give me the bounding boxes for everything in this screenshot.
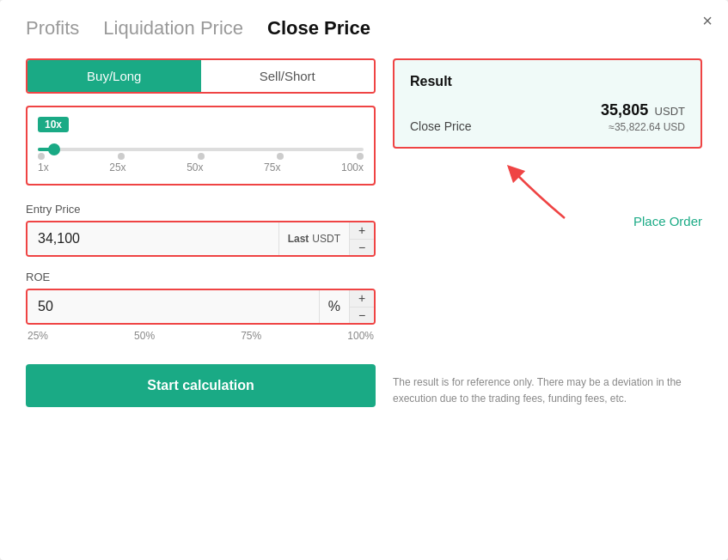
buy-long-button[interactable]: Buy/Long [28, 60, 201, 92]
result-unit: USDT [655, 105, 685, 118]
leverage-slider-container [38, 139, 364, 160]
leverage-label-75x: 75x [264, 161, 280, 173]
leverage-label-50x: 50x [187, 161, 203, 173]
tab-close-price[interactable]: Close Price [267, 17, 370, 40]
result-row: Close Price 35,805 USDT ≈35,822.64 USD [410, 101, 685, 133]
roe-decrement[interactable]: − [350, 307, 374, 324]
roe-input[interactable] [28, 290, 319, 323]
annotation-arrow [496, 162, 599, 222]
entry-price-increment[interactable]: + [350, 222, 374, 240]
roe-suffix-percent: % [328, 299, 340, 314]
sell-short-button[interactable]: Sell/Short [201, 60, 375, 92]
roe-quick-50[interactable]: 50% [134, 330, 155, 342]
start-calculation-button[interactable]: Start calculation [26, 364, 376, 407]
modal: × Profits Liquidation Price Close Price … [0, 0, 728, 560]
leverage-label-1x: 1x [38, 161, 49, 173]
leverage-badge: 10x [38, 117, 69, 132]
entry-price-suffix-unit: USDT [312, 233, 340, 245]
leverage-label-25x: 25x [109, 161, 125, 173]
roe-stepper: + − [349, 290, 374, 323]
slider-dot-1 [38, 153, 45, 160]
result-box: Result Close Price 35,805 USDT ≈35,822.6… [393, 58, 702, 149]
entry-price-input[interactable] [28, 222, 278, 255]
roe-input-row: % + − [26, 289, 376, 325]
entry-price-stepper: + − [349, 222, 374, 255]
roe-quick-100[interactable]: 100% [347, 330, 374, 342]
result-value-block: 35,805 USDT ≈35,822.64 USD [601, 101, 685, 133]
roe-quick-select: 25% 50% 75% 100% [26, 330, 376, 342]
result-title: Result [410, 74, 685, 89]
left-panel: Buy/Long Sell/Short 10x [26, 58, 376, 407]
slider-dot-2 [118, 153, 125, 160]
slider-dot-4 [277, 153, 284, 160]
roe-quick-25[interactable]: 25% [28, 330, 48, 342]
tab-liquidation-price[interactable]: Liquidation Price [103, 17, 243, 40]
right-panel: Result Close Price 35,805 USDT ≈35,822.6… [393, 58, 702, 407]
slider-labels: 1x 25x 50x 75x 100x [38, 161, 364, 173]
slider-thumb[interactable] [48, 143, 60, 155]
slider-track [38, 148, 364, 151]
roe-increment[interactable]: + [350, 290, 374, 307]
arrow-area [393, 162, 702, 222]
roe-quick-75[interactable]: 75% [241, 330, 261, 342]
entry-price-group: Entry Price Last USDT + − [26, 203, 376, 257]
slider-dots [38, 153, 364, 160]
roe-suffix: % [319, 290, 349, 323]
entry-price-suffix-last: Last [288, 233, 309, 245]
entry-price-suffix: Last USDT [278, 222, 349, 255]
main-content: Buy/Long Sell/Short 10x [26, 58, 702, 407]
result-key: Close Price [410, 119, 472, 133]
result-approx: ≈35,822.64 USD [601, 121, 685, 133]
close-button[interactable]: × [702, 12, 713, 29]
roe-group: ROE % + − 25% 50% 75% 100% [26, 271, 376, 342]
result-value-line: 35,805 USDT [601, 101, 685, 119]
result-value: 35,805 [601, 101, 648, 119]
entry-price-input-row: Last USDT + − [26, 221, 376, 257]
entry-price-label: Entry Price [26, 203, 376, 216]
tab-profits[interactable]: Profits [26, 17, 79, 40]
disclaimer: The result is for reference only. There … [393, 366, 702, 407]
slider-dot-5 [357, 153, 364, 160]
direction-toggle: Buy/Long Sell/Short [26, 58, 376, 94]
roe-label: ROE [26, 271, 376, 283]
leverage-label-100x: 100x [341, 161, 364, 173]
tabs: Profits Liquidation Price Close Price [26, 17, 702, 40]
leverage-section: 10x 1x [26, 106, 376, 186]
slider-dot-3 [198, 153, 205, 160]
entry-price-decrement[interactable]: − [350, 240, 374, 256]
